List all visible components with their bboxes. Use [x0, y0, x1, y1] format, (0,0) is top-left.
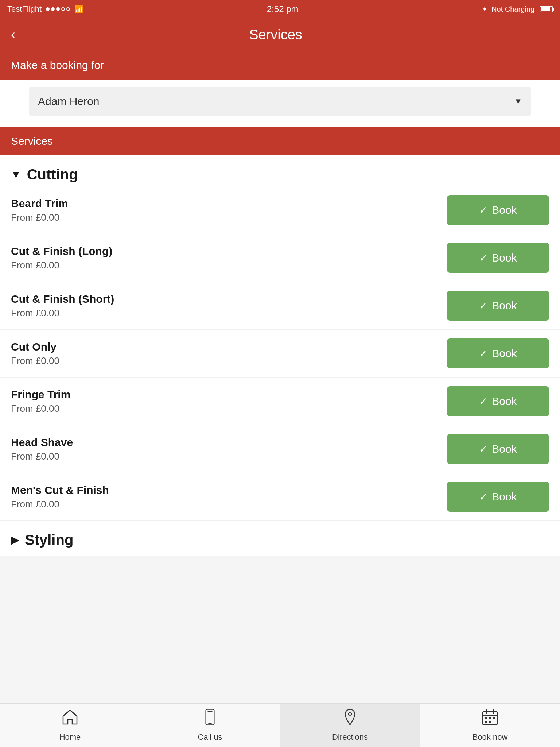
services-section-header: Services [0, 127, 560, 155]
styling-category-header[interactable]: ▶ Styling [0, 521, 560, 556]
service-price-cut-finish-short: From £0.00 [11, 307, 447, 319]
book-label: Book [492, 347, 517, 360]
tab-home[interactable]: Home [0, 704, 140, 747]
signal-dot-5 [66, 7, 70, 11]
svg-rect-10 [493, 717, 495, 719]
service-item-cut-finish-short: Cut & Finish (Short) From £0.00 ✓ Book [0, 282, 560, 330]
book-button-fringe-trim[interactable]: ✓ Book [447, 386, 549, 416]
service-price-beard-trim: From £0.00 [11, 212, 447, 223]
service-info-beard-trim: Beard Trim From £0.00 [11, 197, 447, 223]
location-icon [343, 709, 357, 729]
signal-dot-2 [51, 7, 55, 11]
service-name-fringe-trim: Fringe Trim [11, 388, 447, 401]
check-icon: ✓ [479, 300, 487, 312]
service-name-mens-cut-finish: Men's Cut & Finish [11, 484, 447, 496]
app-name: TestFlight [7, 4, 42, 14]
service-item-mens-cut-finish: Men's Cut & Finish From £0.00 ✓ Book [0, 473, 560, 521]
check-icon: ✓ [479, 252, 487, 264]
service-info-cut-finish-long: Cut & Finish (Long) From £0.00 [11, 245, 447, 271]
battery-status: Not Charging [491, 5, 534, 13]
service-info-head-shave: Head Shave From £0.00 [11, 436, 447, 462]
check-icon: ✓ [479, 395, 487, 407]
dropdown-selected-value: Adam Heron [38, 95, 99, 108]
service-info-cut-only: Cut Only From £0.00 [11, 341, 447, 367]
service-item-cut-only: Cut Only From £0.00 ✓ Book [0, 330, 560, 378]
book-label: Book [492, 443, 517, 455]
svg-rect-12 [489, 721, 491, 723]
svg-rect-9 [489, 717, 491, 719]
nav-bar: ‹ Services [0, 18, 560, 51]
svg-rect-1 [208, 723, 212, 724]
person-dropdown[interactable]: Adam Heron ▼ [29, 87, 531, 116]
book-label: Book [492, 204, 517, 216]
services-list: ▼ Cutting Beard Trim From £0.00 ✓ Book C… [0, 155, 560, 556]
status-bar-left: TestFlight 📶 [7, 4, 83, 14]
book-label: Book [492, 395, 517, 407]
battery-fill [541, 7, 550, 11]
status-bar-right: ✦ Not Charging [482, 5, 553, 13]
signal-dot-1 [46, 7, 50, 11]
svg-rect-8 [485, 717, 487, 719]
tab-bar: Home Call us Directions [0, 703, 560, 747]
status-bar: TestFlight 📶 2:52 pm ✦ Not Charging [0, 0, 560, 18]
service-name-cut-only: Cut Only [11, 341, 447, 353]
cutting-arrow-icon: ▼ [11, 169, 21, 181]
check-icon: ✓ [479, 491, 487, 503]
svg-rect-2 [207, 711, 212, 712]
service-price-fringe-trim: From £0.00 [11, 403, 447, 414]
book-button-cut-finish-short[interactable]: ✓ Book [447, 291, 549, 321]
phone-icon [203, 709, 217, 729]
service-item-fringe-trim: Fringe Trim From £0.00 ✓ Book [0, 378, 560, 425]
check-icon: ✓ [479, 443, 487, 455]
signal-dots [46, 7, 70, 11]
service-price-cut-only: From £0.00 [11, 355, 447, 367]
service-item-cut-finish-long: Cut & Finish (Long) From £0.00 ✓ Book [0, 234, 560, 282]
tab-call[interactable]: Call us [140, 704, 280, 747]
service-info-mens-cut-finish: Men's Cut & Finish From £0.00 [11, 484, 447, 510]
service-name-beard-trim: Beard Trim [11, 197, 447, 210]
tab-directions[interactable]: Directions [280, 704, 420, 747]
back-button[interactable]: ‹ [11, 27, 15, 42]
book-button-mens-cut-finish[interactable]: ✓ Book [447, 482, 549, 512]
service-item-head-shave: Head Shave From £0.00 ✓ Book [0, 425, 560, 473]
tab-home-label: Home [59, 732, 81, 742]
book-button-beard-trim[interactable]: ✓ Book [447, 195, 549, 225]
book-label: Book [492, 299, 517, 312]
wifi-icon: 📶 [74, 5, 83, 13]
status-time: 2:52 pm [267, 4, 299, 14]
booking-section-header: Make a booking for [0, 51, 560, 80]
tab-book[interactable]: Book now [420, 704, 560, 747]
dropdown-arrow-icon: ▼ [514, 97, 522, 106]
book-label: Book [492, 252, 517, 264]
home-icon [62, 709, 78, 729]
cutting-category-label: Cutting [27, 166, 78, 183]
check-icon: ✓ [479, 204, 487, 216]
calendar-icon [482, 709, 498, 729]
tab-call-label: Call us [198, 732, 222, 742]
tab-directions-label: Directions [332, 732, 368, 742]
page-title: Services [23, 27, 529, 43]
service-price-head-shave: From £0.00 [11, 451, 447, 462]
service-price-cut-finish-long: From £0.00 [11, 260, 447, 271]
booking-section: Adam Heron ▼ [0, 80, 560, 127]
book-label: Book [492, 491, 517, 503]
service-name-cut-finish-long: Cut & Finish (Long) [11, 245, 447, 258]
bluetooth-icon: ✦ [482, 5, 488, 13]
battery-icon [540, 6, 553, 12]
signal-dot-4 [61, 7, 65, 11]
tab-spacer [0, 556, 560, 603]
svg-rect-11 [485, 721, 487, 723]
service-name-head-shave: Head Shave [11, 436, 447, 449]
svg-point-3 [349, 713, 352, 716]
check-icon: ✓ [479, 348, 487, 360]
service-info-cut-finish-short: Cut & Finish (Short) From £0.00 [11, 293, 447, 319]
tab-book-label: Book now [472, 732, 508, 742]
service-price-mens-cut-finish: From £0.00 [11, 499, 447, 510]
signal-dot-3 [56, 7, 60, 11]
book-button-cut-finish-long[interactable]: ✓ Book [447, 243, 549, 273]
book-button-head-shave[interactable]: ✓ Book [447, 434, 549, 464]
styling-category-label: Styling [25, 532, 73, 548]
book-button-cut-only[interactable]: ✓ Book [447, 338, 549, 368]
styling-arrow-icon: ▶ [11, 534, 19, 546]
cutting-category-header[interactable]: ▼ Cutting [0, 155, 560, 186]
